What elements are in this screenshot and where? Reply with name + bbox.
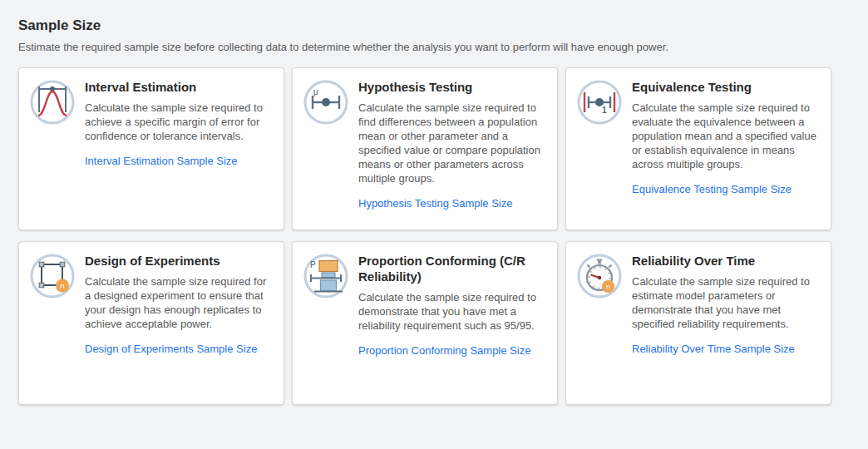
- svg-text:P: P: [310, 260, 316, 269]
- card-proportion-conforming: P Proportion Conforming (C/R Reliability…: [292, 241, 558, 405]
- svg-text:1: 1: [602, 106, 607, 115]
- card-title: Hypothesis Testing: [358, 79, 547, 95]
- sample-size-card-grid: Interval Estimation Calculate the sample…: [18, 67, 831, 405]
- card-description: Calculate the sample size required to ac…: [85, 101, 274, 143]
- card-body: Hypothesis Testing Calculate the sample …: [358, 79, 547, 210]
- design-of-experiments-sample-size-link[interactable]: Design of Experiments Sample Size: [85, 343, 257, 355]
- hypothesis-testing-sample-size-link[interactable]: Hypothesis Testing Sample Size: [358, 197, 512, 210]
- card-reliability-over-time: n Reliability Over Time Calculate the sa…: [565, 241, 831, 405]
- card-body: Equivalence Testing Calculate the sample…: [632, 79, 821, 196]
- card-title: Design of Experiments: [85, 253, 274, 269]
- card-body: Design of Experiments Calculate the samp…: [85, 253, 274, 356]
- card-interval-estimation: Interval Estimation Calculate the sample…: [18, 67, 284, 230]
- svg-text:μ: μ: [313, 87, 318, 96]
- card-title: Proportion Conforming (C/R Reliability): [358, 253, 547, 284]
- card-title: Equivalence Testing: [632, 79, 821, 95]
- card-body: Proportion Conforming (C/R Reliability) …: [358, 253, 547, 358]
- interval-estimation-icon: [29, 79, 76, 126]
- card-title: Reliability Over Time: [632, 253, 821, 269]
- card-description: Calculate the sample size required to es…: [632, 274, 821, 331]
- page-title: Sample Size: [18, 17, 101, 34]
- card-design-of-experiments: n Design of Experiments Calculate the sa…: [18, 241, 284, 405]
- equivalence-testing-sample-size-link[interactable]: Equivalence Testing Sample Size: [632, 183, 792, 195]
- proportion-conforming-sample-size-link[interactable]: Proportion Conforming Sample Size: [358, 344, 530, 357]
- page-subtitle: Estimate the required sample size before…: [18, 41, 668, 53]
- svg-text:n: n: [606, 283, 610, 291]
- reliability-over-time-icon: n: [576, 253, 623, 299]
- card-description: Calculate the sample size required to fi…: [358, 101, 547, 185]
- svg-text:n: n: [60, 281, 64, 290]
- card-description: Calculate the sample size required to ev…: [632, 101, 821, 171]
- card-description: Calculate the sample size required for a…: [85, 274, 274, 331]
- design-of-experiments-icon: n: [29, 253, 76, 299]
- card-equivalence-testing: 1 Equivalence Testing Calculate the samp…: [565, 67, 831, 230]
- card-body: Reliability Over Time Calculate the samp…: [632, 253, 821, 356]
- card-hypothesis-testing: μ Hypothesis Testing Calculate the sampl…: [292, 67, 558, 230]
- reliability-over-time-sample-size-link[interactable]: Reliability Over Time Sample Size: [632, 343, 795, 355]
- card-title: Interval Estimation: [85, 79, 274, 95]
- proportion-conforming-icon: P: [303, 253, 349, 299]
- hypothesis-testing-icon: μ: [303, 79, 349, 126]
- card-description: Calculate the sample size required to de…: [358, 290, 547, 333]
- interval-estimation-sample-size-link[interactable]: Interval Estimation Sample Size: [85, 155, 238, 167]
- card-body: Interval Estimation Calculate the sample…: [85, 79, 274, 168]
- equivalence-testing-icon: 1: [576, 79, 623, 126]
